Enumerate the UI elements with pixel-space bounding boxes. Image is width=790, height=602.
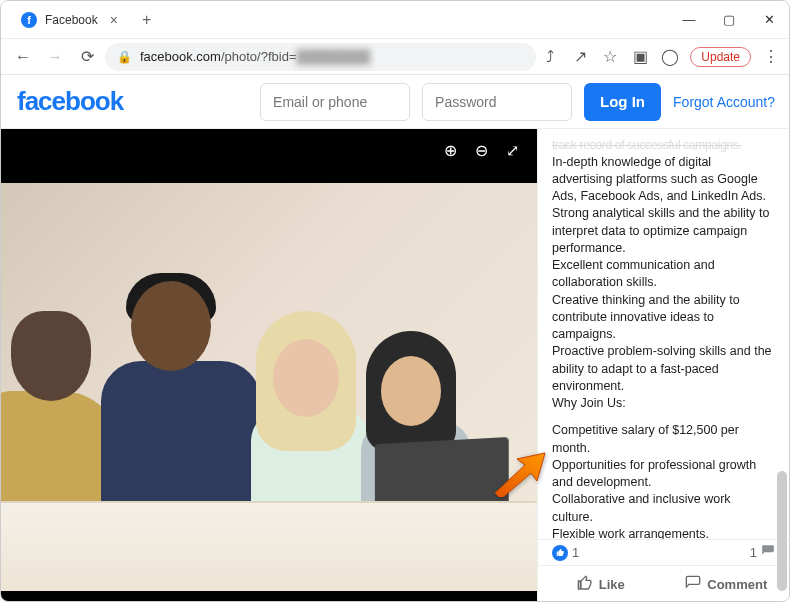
- post-line: Excellent communication and collaboratio…: [552, 257, 775, 292]
- maximize-button[interactable]: ▢: [709, 5, 749, 35]
- like-label: Like: [599, 577, 625, 592]
- facebook-header: facebook Email or phone Password Log In …: [1, 75, 789, 129]
- login-button[interactable]: Log In: [584, 83, 661, 121]
- post-line: Competitive salary of $12,500 per month.: [552, 422, 775, 457]
- menu-kebab-icon[interactable]: ⋮: [761, 47, 781, 67]
- back-button[interactable]: ←: [9, 43, 37, 71]
- bookmark-star-icon[interactable]: ☆: [600, 47, 620, 67]
- window-controls: — ▢ ✕: [669, 5, 789, 35]
- post-side-panel: track record of successful campaigns. In…: [537, 129, 789, 602]
- thumbs-up-icon: [577, 575, 593, 594]
- comment-count-icon: [761, 544, 775, 561]
- reaction-bar: 1 1: [538, 539, 789, 565]
- browser-tab[interactable]: f Facebook ×: [9, 3, 130, 37]
- tab-close-icon[interactable]: ×: [110, 12, 118, 28]
- reaction-summary[interactable]: 1: [552, 545, 579, 561]
- address-bar[interactable]: 🔒 facebook.com/photo/?fbid=████████: [105, 43, 536, 71]
- post-line: In-depth knowledge of digital advertisin…: [552, 154, 775, 206]
- action-bar: Like Comment: [538, 565, 789, 602]
- extensions-icon[interactable]: ▣: [630, 47, 650, 67]
- titlebar: f Facebook × + — ▢ ✕: [1, 1, 789, 39]
- url-text: facebook.com/photo/?fbid=████████: [140, 49, 370, 64]
- annotation-arrow-icon: [491, 451, 547, 501]
- fullscreen-icon[interactable]: ⤢: [506, 141, 519, 160]
- photo-image: [1, 183, 537, 590]
- comment-count: 1: [750, 545, 757, 560]
- toolbar-icons: ⤴ ↗ ☆ ▣ ◯ Update ⋮: [540, 47, 781, 67]
- photo-viewer: ⊕ ⊖ ⤢: [1, 129, 537, 602]
- minimize-button[interactable]: —: [669, 5, 709, 35]
- post-line: Strong analytical skills and the ability…: [552, 205, 775, 257]
- post-line: Collaborative and inclusive work culture…: [552, 491, 775, 526]
- post-line: Opportunities for professional growth an…: [552, 457, 775, 492]
- post-heading: Why Join Us:: [552, 395, 775, 412]
- comment-button[interactable]: Comment: [664, 566, 790, 602]
- forgot-account-link[interactable]: Forgot Account?: [673, 94, 775, 110]
- photo-controls: ⊕ ⊖ ⤢: [1, 129, 537, 171]
- post-cutoff-line: track record of successful campaigns.: [552, 137, 775, 154]
- tab-title: Facebook: [45, 13, 98, 27]
- post-text: track record of successful campaigns. In…: [538, 129, 789, 539]
- lock-icon: 🔒: [117, 50, 132, 64]
- post-line: Flexible work arrangements.: [552, 526, 775, 539]
- new-tab-button[interactable]: +: [136, 9, 157, 31]
- reload-button[interactable]: ⟳: [73, 43, 101, 71]
- like-button[interactable]: Like: [538, 566, 664, 602]
- zoom-in-icon[interactable]: ⊕: [444, 141, 457, 160]
- password-field[interactable]: Password: [422, 83, 572, 121]
- like-count: 1: [572, 545, 579, 560]
- comment-icon: [685, 575, 701, 594]
- install-icon[interactable]: ⤴: [540, 47, 560, 67]
- facebook-favicon-icon: f: [21, 12, 37, 28]
- scrollbar-thumb[interactable]: [777, 471, 787, 591]
- post-line: Creative thinking and the ability to con…: [552, 292, 775, 344]
- scrollbar[interactable]: [777, 75, 787, 595]
- facebook-logo[interactable]: facebook: [17, 86, 123, 117]
- zoom-out-icon[interactable]: ⊖: [475, 141, 488, 160]
- comment-label: Comment: [707, 577, 767, 592]
- update-button[interactable]: Update: [690, 47, 751, 67]
- profile-icon[interactable]: ◯: [660, 47, 680, 67]
- forward-button[interactable]: →: [41, 43, 69, 71]
- post-line: Proactive problem-solving skills and the…: [552, 343, 775, 395]
- window-close-button[interactable]: ✕: [749, 5, 789, 35]
- comment-summary[interactable]: 1: [750, 544, 775, 561]
- photo-area[interactable]: [1, 171, 537, 602]
- like-reaction-icon: [552, 545, 568, 561]
- browser-toolbar: ← → ⟳ 🔒 facebook.com/photo/?fbid=███████…: [1, 39, 789, 75]
- share-icon[interactable]: ↗: [570, 47, 590, 67]
- email-field[interactable]: Email or phone: [260, 83, 410, 121]
